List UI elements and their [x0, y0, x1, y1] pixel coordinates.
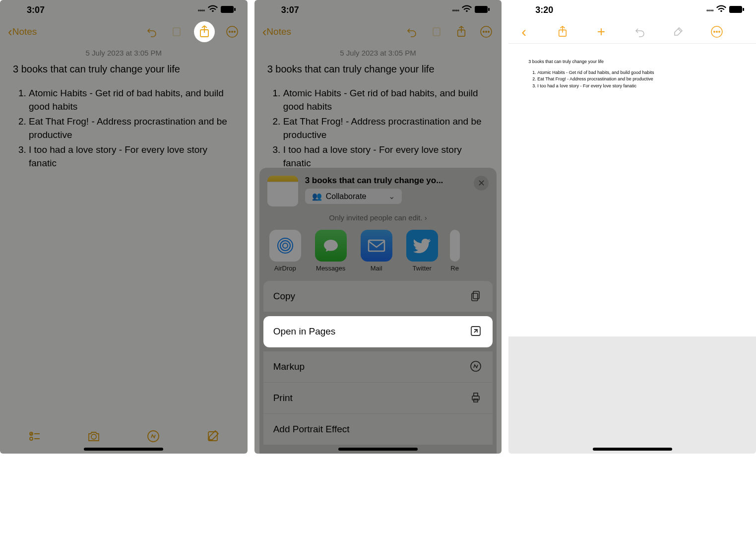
- status-icons: ••••: [197, 5, 235, 15]
- redo-icon[interactable]: [429, 24, 444, 39]
- svg-point-22: [488, 31, 489, 32]
- status-time: 3:20: [535, 5, 553, 15]
- undo-icon[interactable]: [632, 24, 647, 39]
- cellular-icon: ••••: [197, 6, 204, 14]
- open-external-icon: [470, 325, 483, 338]
- svg-point-39: [716, 31, 717, 32]
- svg-rect-34: [729, 6, 742, 13]
- note-date: 5 July 2023 at 3:05 PM: [13, 49, 235, 57]
- undo-icon[interactable]: [144, 24, 159, 39]
- svg-rect-2: [173, 28, 180, 36]
- share-app-mail[interactable]: Mail: [359, 230, 394, 272]
- action-copy[interactable]: Copy: [263, 281, 493, 312]
- document-body[interactable]: 3 books that can truly change your life …: [508, 44, 756, 336]
- svg-point-7: [234, 31, 235, 32]
- note-thumbnail-icon: [267, 176, 298, 206]
- svg-point-6: [231, 31, 232, 32]
- home-indicator[interactable]: [593, 448, 672, 451]
- back-button[interactable]: ‹ Notes: [262, 24, 291, 40]
- share-icon[interactable]: [454, 24, 469, 39]
- svg-point-40: [719, 31, 720, 32]
- svg-point-24: [280, 241, 290, 251]
- keyboard-area: [508, 336, 756, 454]
- note-list: Atomic Habits - Get rid of bad habits, a…: [267, 87, 489, 170]
- more-icon[interactable]: [709, 24, 724, 39]
- list-item[interactable]: Eat That Frog! - Address procrastination…: [29, 115, 235, 141]
- svg-rect-16: [488, 8, 490, 11]
- copy-icon: [470, 290, 483, 303]
- close-icon: ✕: [478, 178, 485, 189]
- more-icon[interactable]: [479, 24, 494, 39]
- list-item: Eat That Frog! - Address procrastination…: [283, 115, 489, 141]
- back-label: Notes: [266, 26, 291, 37]
- list-item[interactable]: I too had a love story - For every love …: [29, 143, 235, 170]
- svg-rect-15: [475, 6, 488, 13]
- add-icon[interactable]: +: [594, 24, 609, 39]
- wifi-icon: [208, 5, 218, 15]
- chevron-left-icon: ‹: [8, 24, 12, 40]
- camera-icon[interactable]: [86, 429, 101, 444]
- svg-rect-35: [743, 8, 744, 11]
- svg-point-5: [229, 31, 230, 32]
- back-label: Notes: [12, 26, 37, 37]
- share-button[interactable]: [194, 21, 215, 42]
- status-icons: ••••: [452, 5, 490, 15]
- svg-point-23: [283, 243, 288, 248]
- chevron-right-icon: ›: [425, 213, 427, 222]
- chevron-left-icon: ‹: [262, 24, 267, 40]
- more-icon[interactable]: [225, 24, 240, 39]
- collaborate-button[interactable]: 👥 Collaborate ⌄: [305, 189, 402, 204]
- svg-rect-26: [369, 240, 384, 251]
- home-indicator[interactable]: [338, 448, 418, 451]
- cellular-icon: ••••: [706, 6, 713, 14]
- redo-icon[interactable]: [169, 24, 184, 39]
- list-item: Atomic Habits - Get rid of bad habits, a…: [537, 69, 736, 76]
- share-app-twitter[interactable]: Twitter: [404, 230, 440, 272]
- markup-icon[interactable]: [146, 429, 161, 444]
- chevron-updown-icon: ⌄: [388, 192, 395, 201]
- brush-icon[interactable]: [671, 24, 686, 39]
- wifi-icon: [462, 5, 472, 15]
- list-item[interactable]: Atomic Habits - Get rid of bad habits, a…: [29, 87, 235, 113]
- note-list[interactable]: Atomic Habits - Get rid of bad habits, a…: [13, 87, 235, 170]
- home-indicator[interactable]: [84, 448, 163, 451]
- svg-rect-32: [474, 393, 478, 396]
- list-item: I too had a love story - For every love …: [537, 83, 736, 90]
- svg-rect-27: [473, 291, 479, 299]
- status-time: 3:07: [281, 5, 299, 15]
- list-item: I too had a love story - For every love …: [283, 143, 489, 170]
- svg-point-20: [483, 31, 484, 32]
- battery-icon: [475, 5, 490, 15]
- collaborate-note[interactable]: Only invited people can edit. ›: [259, 213, 497, 222]
- doc-title: 3 books that can truly change your life: [528, 59, 736, 66]
- svg-point-21: [486, 31, 487, 32]
- list-item: Eat That Frog! - Address procrastination…: [537, 76, 736, 83]
- back-button[interactable]: ‹ Notes: [8, 24, 37, 40]
- action-print[interactable]: Print: [263, 383, 493, 414]
- note-date: 5 July 2023 at 3:05 PM: [267, 49, 489, 57]
- note-title[interactable]: 3 books that can truly change your life: [13, 62, 235, 76]
- action-open-in-pages[interactable]: Open in Pages: [263, 316, 493, 347]
- undo-icon[interactable]: [404, 24, 419, 39]
- share-sheet[interactable]: 3 books that can truly change yo... 👥 Co…: [259, 168, 497, 454]
- svg-rect-1: [234, 8, 236, 11]
- sheet-title: 3 books that can truly change yo...: [305, 176, 467, 186]
- back-button[interactable]: ‹: [516, 24, 531, 39]
- svg-rect-28: [472, 293, 478, 301]
- close-sheet-button[interactable]: ✕: [474, 176, 489, 191]
- action-markup[interactable]: Markup: [263, 351, 493, 383]
- cellular-icon: ••••: [452, 6, 459, 14]
- battery-icon: [729, 5, 744, 15]
- svg-rect-33: [474, 399, 478, 402]
- share-app-airdrop[interactable]: AirDrop: [267, 230, 303, 272]
- checklist-icon[interactable]: [27, 429, 42, 444]
- status-time: 3:07: [27, 5, 45, 15]
- people-icon: 👥: [312, 192, 322, 201]
- share-app-messages[interactable]: Messages: [313, 230, 349, 272]
- svg-point-38: [714, 31, 715, 32]
- compose-icon[interactable]: [205, 429, 220, 444]
- share-app-more[interactable]: Re: [450, 230, 460, 272]
- action-portrait[interactable]: Add Portrait Effect: [263, 414, 493, 445]
- print-icon: [470, 392, 483, 404]
- share-icon[interactable]: [555, 24, 570, 39]
